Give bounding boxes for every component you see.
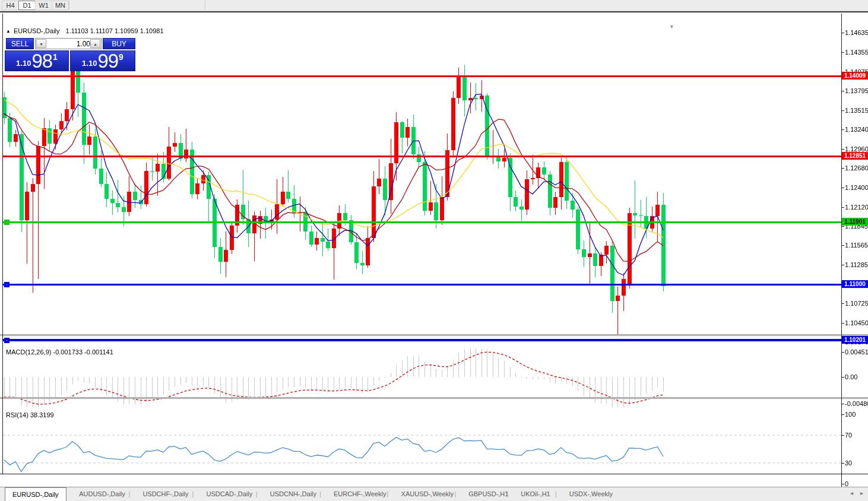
macd-indicator-label: MACD(12,26,9) -0.001733 -0.001141	[6, 348, 113, 356]
time-axis-separator	[0, 474, 868, 474]
chart-tab-usdx[interactable]: USDX-,Weekly	[562, 487, 620, 500]
rsi-axis-tick-label: 70	[845, 432, 852, 439]
chart-symbol-label: EURUSD-,Daily	[14, 27, 60, 34]
tab-separator: |	[256, 487, 258, 500]
chart-ohlc-values: 1.11103 1.11107 1.10959 1.10981	[66, 27, 164, 34]
macd-axis-tick-label: -0.004806	[845, 400, 868, 407]
sell-button[interactable]: SELL	[6, 38, 34, 49]
macd-axis-tick-label: 0.00	[845, 373, 857, 380]
chart-tabs-bar: EURUSD-,Daily|AUDUSD-,Daily|USDCHF-,Dail…	[0, 487, 868, 501]
macd-axis-tick-label: 0.004517	[845, 348, 868, 356]
chart-tab-usdcnh[interactable]: USDCNH-,Daily	[263, 487, 324, 500]
hline-price-tag: 1.12851	[842, 152, 868, 160]
chart-tab-ukoil[interactable]: UKOil-,H1	[514, 487, 557, 500]
rsi-axis-dash	[841, 414, 844, 415]
tab-separator: |	[387, 487, 389, 500]
timeframe-button-w1[interactable]: W1	[35, 1, 52, 10]
price-axis-tick-label: 1.10450	[845, 319, 868, 326]
rsi-axis-tick-label: 100	[845, 411, 856, 418]
price-axis-tick-label: 1.11285	[845, 261, 868, 268]
sell-price-panel[interactable]: 1.10 98 1	[5, 50, 69, 71]
volume-decrease-button[interactable]: ▼	[36, 39, 46, 48]
rsi-axis-tick-label: 30	[845, 459, 852, 467]
timeframe-button-d1[interactable]: D1	[18, 1, 36, 10]
chart-tab-usdchf[interactable]: USDCHF-,Daily	[135, 487, 195, 500]
rsi-axis-dash	[841, 484, 844, 484]
toolbar-separator	[69, 1, 70, 9]
tab-scroll-left-icon[interactable]: ◂	[850, 490, 853, 496]
chart-tab-audusd[interactable]: AUDUSD-,Daily	[72, 487, 132, 500]
macd-axis-dash	[841, 377, 844, 378]
hline-price-tag: 1.10201	[842, 336, 868, 344]
timeframe-button-mn[interactable]: MN	[52, 1, 69, 10]
buy-button[interactable]: BUY	[103, 38, 135, 49]
chart-title: ▲EURUSD-,Daily1.11103 1.11107 1.10959 1.…	[6, 27, 164, 34]
rsi-axis-dash	[841, 435, 844, 436]
chart-tab-eurchf[interactable]: EURCHF-,Weekly	[327, 487, 393, 500]
chart-window: ▲EURUSD-,Daily1.11103 1.11107 1.10959 1.…	[0, 11, 868, 488]
price-axis-dash	[841, 245, 844, 246]
chart-tab-usdcad[interactable]: USDCAD-,Daily	[199, 487, 260, 500]
sell-price-prefix: 1.10	[16, 59, 31, 68]
symbol-marker-icon: ▲	[6, 28, 11, 34]
timeframe-button-h4[interactable]: H4	[2, 1, 19, 10]
price-axis-tick-label: 1.12120	[845, 204, 868, 211]
hline-price-tag: 1.11901	[842, 218, 868, 226]
chart-tab-xauusd[interactable]: XAUUSD-,Weekly	[394, 487, 461, 500]
pane-splitter[interactable]	[0, 397, 868, 399]
macd-axis-dash	[841, 404, 844, 404]
toolbar-separator	[205, 1, 206, 9]
price-axis-dash	[841, 149, 844, 150]
tab-separator: |	[555, 487, 557, 500]
price-axis-dash	[841, 226, 844, 227]
chevron-down-icon[interactable]: ▼	[669, 24, 674, 30]
volume-increase-button[interactable]: ▲	[90, 39, 100, 48]
price-axis-tick-label: 1.10725	[845, 300, 868, 307]
pane-splitter[interactable]	[0, 334, 868, 336]
price-axis-dash	[841, 265, 844, 265]
price-axis-separator	[841, 14, 842, 487]
one-click-trading-widget: SELL ▼ ▲ BUY 1.10 98 1 1.10 99 9	[5, 38, 135, 72]
rsi-indicator-label: RSI(14) 38.3199	[6, 411, 54, 418]
price-axis-dash	[841, 129, 844, 130]
price-axis-dash	[841, 303, 844, 304]
tab-separator: |	[192, 487, 194, 500]
price-axis-dash	[841, 110, 844, 111]
volume-spinner: ▼ ▲	[35, 38, 102, 49]
pane-left-border	[2, 14, 3, 474]
price-axis-tick-label: 1.14355	[845, 49, 868, 56]
macd-axis-dash	[841, 352, 844, 353]
price-axis-dash	[841, 188, 844, 188]
trading-terminal: H4D1W1MN ▲EURUSD-,Daily1.11103 1.11107 1…	[0, 0, 868, 501]
buy-price-pip: 9	[119, 52, 123, 62]
tab-separator: |	[506, 487, 508, 500]
hline-price-tag: 1.14009	[842, 72, 868, 80]
macd-pane-canvas[interactable]	[3, 347, 841, 408]
price-axis-tick-label: 1.12400	[845, 184, 868, 191]
volume-input[interactable]	[47, 39, 93, 48]
tab-separator: |	[454, 487, 456, 500]
buy-price-panel[interactable]: 1.10 99 9	[70, 50, 135, 71]
price-axis-dash	[841, 91, 844, 91]
chart-tab-eurusd[interactable]: EURUSD-,Daily	[5, 487, 66, 501]
price-axis-dash	[841, 323, 844, 324]
price-axis-dash	[841, 168, 844, 169]
tab-scroll-right-icon[interactable]: ▸	[860, 490, 863, 496]
tab-separator: |	[319, 487, 321, 500]
main-chart-canvas[interactable]	[3, 25, 841, 345]
buy-price-big: 99	[97, 51, 118, 71]
price-axis-tick-label: 1.13515	[845, 107, 868, 114]
price-axis-tick-label: 1.14635	[845, 29, 868, 36]
price-axis-tick-label: 1.13795	[845, 87, 868, 94]
hline-price-tag: 1.11000	[842, 280, 868, 288]
price-axis-tick-label: 1.13240	[845, 126, 868, 133]
sell-price-pip: 1	[53, 52, 58, 62]
timeframe-toolbar: H4D1W1MN	[0, 0, 868, 11]
sell-price-big: 98	[31, 51, 52, 71]
rsi-axis-dash	[841, 463, 844, 464]
buy-price-prefix: 1.10	[82, 59, 97, 68]
price-axis-dash	[841, 52, 844, 53]
price-axis-dash	[841, 33, 844, 33]
price-axis-tick-label: 1.12680	[845, 164, 868, 172]
price-axis-dash	[841, 207, 844, 208]
